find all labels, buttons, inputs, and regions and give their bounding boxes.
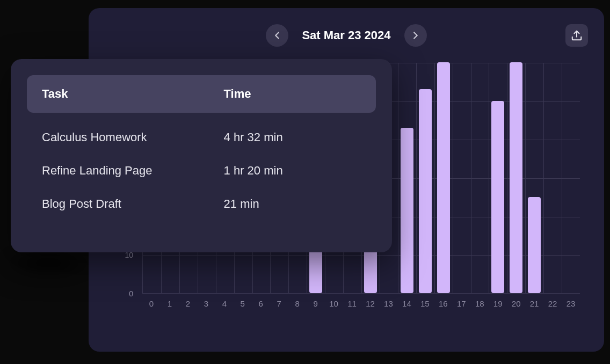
task-name-cell: Refine Landing Page [42, 164, 224, 178]
grid-line-vertical [525, 63, 526, 293]
grid-line-vertical [489, 63, 489, 293]
chart-bar [401, 128, 413, 293]
x-tick-label: 0 [149, 299, 154, 308]
column-header-task: Task [42, 87, 224, 101]
chart-bar [528, 197, 541, 293]
grid-line-vertical [562, 63, 562, 293]
upload-icon [571, 30, 583, 41]
x-tick-label: 4 [222, 299, 227, 308]
task-summary-panel: Task Time Calculus Homework4 hr 32 minRe… [11, 59, 392, 252]
x-tick-label: 1 [168, 299, 172, 308]
grid-line-vertical [471, 63, 471, 293]
x-tick-label: 14 [402, 299, 411, 308]
grid-line-vertical [416, 63, 417, 293]
x-tick-label: 21 [530, 299, 539, 308]
export-button[interactable] [565, 24, 588, 47]
x-tick-label: 16 [439, 299, 448, 308]
task-row: Calculus Homework4 hr 32 min [27, 121, 376, 154]
x-tick-label: 2 [186, 299, 190, 308]
x-tick-label: 12 [366, 299, 375, 308]
x-tick-label: 9 [313, 299, 317, 308]
prev-day-button[interactable] [266, 24, 288, 47]
x-tick-label: 15 [420, 299, 430, 308]
x-tick-label: 8 [295, 299, 299, 308]
x-tick-label: 5 [241, 299, 245, 308]
date-nav-header: Sat Mar 23 2024 [107, 24, 585, 47]
task-row: Blog Post Draft21 min [27, 187, 376, 221]
y-tick-label: 0 [129, 289, 133, 298]
x-tick-label: 18 [475, 299, 484, 308]
x-tick-label: 19 [493, 299, 503, 308]
x-tick-label: 13 [384, 299, 393, 308]
chart-bar [419, 89, 432, 293]
task-name-cell: Blog Post Draft [42, 197, 224, 211]
grid-line-vertical [507, 63, 507, 293]
grid-line-vertical [543, 63, 544, 293]
chart-bar [437, 62, 450, 293]
chevron-right-icon [410, 30, 422, 41]
chart-bar [491, 101, 504, 293]
x-tick-label: 10 [329, 299, 338, 308]
x-tick-label: 7 [277, 299, 281, 308]
current-date: Sat Mar 23 2024 [302, 28, 390, 42]
next-day-button[interactable] [404, 24, 427, 47]
chart-bar [510, 62, 522, 293]
x-tick-label: 11 [347, 299, 357, 308]
x-tick-label: 6 [259, 299, 263, 308]
x-axis: 01234567891011121314151617181920212223 [142, 299, 580, 310]
task-name-cell: Calculus Homework [42, 130, 224, 144]
task-time-cell: 21 min [224, 197, 259, 211]
x-tick-label: 3 [204, 299, 208, 308]
task-time-cell: 1 hr 20 min [224, 164, 283, 178]
grid-line-vertical [453, 63, 453, 293]
chevron-left-icon [271, 30, 283, 41]
task-row: Refine Landing Page1 hr 20 min [27, 154, 376, 187]
column-header-time: Time [224, 87, 251, 101]
task-table-header: Task Time [27, 75, 376, 113]
x-tick-label: 22 [548, 299, 557, 308]
x-tick-label: 20 [512, 299, 521, 308]
grid-line-vertical [434, 63, 435, 293]
grid-line-vertical [398, 63, 398, 293]
x-tick-label: 17 [457, 299, 466, 308]
task-time-cell: 4 hr 32 min [224, 130, 283, 144]
x-tick-label: 23 [567, 299, 576, 308]
